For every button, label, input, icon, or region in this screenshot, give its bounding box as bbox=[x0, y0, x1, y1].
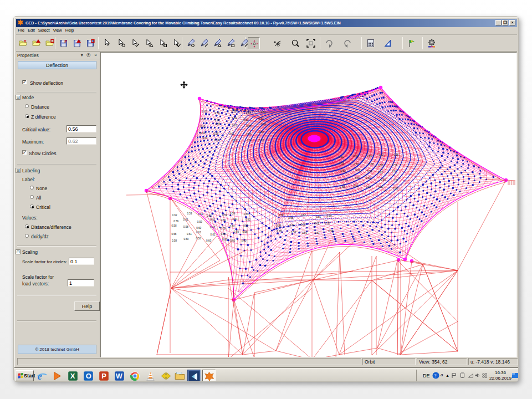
svg-text:0.62: 0.62 bbox=[232, 139, 237, 142]
svg-text:0.58: 0.58 bbox=[183, 226, 188, 228]
svg-text:0.60: 0.60 bbox=[242, 239, 247, 242]
svg-text:0.61: 0.61 bbox=[247, 139, 252, 142]
svg-text:0.62: 0.62 bbox=[258, 117, 263, 120]
svg-text:0.60: 0.60 bbox=[393, 187, 398, 190]
svg-text:?: ? bbox=[434, 373, 437, 378]
svg-text:P: P bbox=[101, 372, 106, 380]
svg-text:0.59: 0.59 bbox=[339, 162, 344, 165]
svg-text:0.58: 0.58 bbox=[196, 237, 201, 240]
svg-text:0.58: 0.58 bbox=[328, 230, 333, 233]
svg-text:0.61: 0.61 bbox=[229, 132, 234, 135]
svg-text:0.61: 0.61 bbox=[211, 233, 216, 236]
svg-text:0.58: 0.58 bbox=[216, 123, 221, 126]
svg-text:0.59: 0.59 bbox=[339, 156, 344, 158]
svg-text:0.59: 0.59 bbox=[213, 132, 218, 135]
svg-text:#: # bbox=[24, 39, 27, 44]
svg-text:0.58: 0.58 bbox=[327, 214, 332, 217]
svg-text:0.59: 0.59 bbox=[232, 110, 237, 113]
svg-text:W: W bbox=[116, 372, 122, 380]
svg-text:0.61: 0.61 bbox=[202, 137, 207, 140]
svg-text:0.61: 0.61 bbox=[233, 218, 238, 221]
svg-text:0.59: 0.59 bbox=[214, 112, 219, 115]
svg-text:0.58: 0.58 bbox=[325, 222, 330, 225]
svg-text:0.60: 0.60 bbox=[366, 186, 371, 188]
svg-text:0.58: 0.58 bbox=[288, 217, 293, 219]
svg-text:0.61: 0.61 bbox=[210, 218, 215, 221]
svg-text:0.59: 0.59 bbox=[214, 139, 219, 142]
svg-text:0.59: 0.59 bbox=[234, 231, 239, 233]
svg-text:0.60: 0.60 bbox=[222, 238, 227, 241]
svg-text:0.61: 0.61 bbox=[259, 139, 264, 142]
svg-text:0.60: 0.60 bbox=[367, 155, 372, 157]
svg-text:0.61: 0.61 bbox=[393, 179, 398, 182]
svg-text:0.62: 0.62 bbox=[207, 214, 212, 217]
svg-text:0.60: 0.60 bbox=[353, 155, 358, 157]
svg-text:0.59: 0.59 bbox=[392, 164, 397, 167]
svg-text:0.62: 0.62 bbox=[341, 170, 346, 172]
svg-text:0.62: 0.62 bbox=[230, 225, 235, 228]
svg-text:0.60: 0.60 bbox=[200, 125, 205, 128]
svg-text:0.62: 0.62 bbox=[259, 131, 264, 134]
svg-text:0.62: 0.62 bbox=[378, 171, 383, 174]
svg-text:0.59: 0.59 bbox=[244, 213, 249, 216]
svg-text:0.60: 0.60 bbox=[230, 239, 235, 242]
svg-text:0.60: 0.60 bbox=[381, 178, 386, 181]
svg-text:0.59: 0.59 bbox=[173, 220, 178, 223]
svg-text:0.59: 0.59 bbox=[230, 212, 235, 215]
svg-text:0.62: 0.62 bbox=[246, 111, 251, 114]
svg-text:X: X bbox=[70, 372, 75, 380]
svg-text:0.58: 0.58 bbox=[378, 164, 383, 167]
svg-text:0.60: 0.60 bbox=[206, 239, 211, 242]
svg-text:0.61: 0.61 bbox=[198, 213, 203, 216]
svg-text:0.62: 0.62 bbox=[202, 110, 207, 113]
svg-text:0.59: 0.59 bbox=[302, 232, 307, 234]
svg-text:0.62: 0.62 bbox=[314, 222, 319, 225]
svg-text:0.62: 0.62 bbox=[245, 218, 250, 221]
svg-text:0.59: 0.59 bbox=[221, 227, 226, 230]
svg-text:#: # bbox=[64, 39, 67, 44]
svg-text:0.58: 0.58 bbox=[277, 230, 282, 233]
svg-text:0.58: 0.58 bbox=[242, 231, 247, 233]
svg-text:0.59: 0.59 bbox=[279, 214, 284, 217]
svg-text:0.62: 0.62 bbox=[355, 169, 360, 172]
svg-text:0.61: 0.61 bbox=[316, 216, 321, 218]
svg-text:O: O bbox=[86, 372, 91, 380]
svg-text:0.58: 0.58 bbox=[340, 186, 345, 188]
svg-text:0.59: 0.59 bbox=[342, 179, 347, 182]
svg-text:0.59: 0.59 bbox=[353, 185, 358, 187]
svg-text:0.58: 0.58 bbox=[246, 133, 251, 136]
svg-text:0.60: 0.60 bbox=[183, 238, 188, 241]
svg-text:0.62: 0.62 bbox=[378, 154, 383, 156]
svg-text:0.60: 0.60 bbox=[196, 227, 201, 229]
svg-text:0.61: 0.61 bbox=[289, 224, 294, 227]
svg-text:0.59: 0.59 bbox=[366, 177, 371, 180]
svg-text:0.58: 0.58 bbox=[200, 118, 205, 121]
svg-text:0.58: 0.58 bbox=[172, 224, 177, 227]
svg-text:0.59: 0.59 bbox=[367, 170, 372, 173]
svg-text:0.58: 0.58 bbox=[276, 224, 281, 227]
svg-text:0.61: 0.61 bbox=[392, 170, 397, 173]
svg-text:0.61: 0.61 bbox=[243, 119, 248, 121]
svg-text:0.58: 0.58 bbox=[171, 233, 176, 236]
svg-text:0.60: 0.60 bbox=[215, 119, 220, 122]
svg-text:0.59: 0.59 bbox=[197, 221, 202, 223]
svg-text:0.59: 0.59 bbox=[378, 186, 383, 188]
svg-text:0.58: 0.58 bbox=[393, 154, 398, 156]
svg-text:0.59: 0.59 bbox=[291, 231, 296, 234]
svg-text:0.62: 0.62 bbox=[210, 226, 215, 229]
svg-text:0.59: 0.59 bbox=[187, 212, 192, 215]
svg-text:0.59: 0.59 bbox=[243, 224, 248, 227]
svg-text:0.59: 0.59 bbox=[222, 214, 227, 217]
svg-text:0.62: 0.62 bbox=[354, 163, 359, 166]
svg-text:0.58: 0.58 bbox=[172, 239, 177, 242]
svg-text:0.58: 0.58 bbox=[246, 125, 251, 127]
svg-text:0.60: 0.60 bbox=[261, 123, 266, 126]
svg-text:0.61: 0.61 bbox=[315, 232, 320, 234]
svg-text:0.60: 0.60 bbox=[201, 132, 206, 135]
svg-text:0.62: 0.62 bbox=[301, 214, 306, 217]
svg-text:0.62: 0.62 bbox=[261, 111, 266, 114]
svg-text:0.59: 0.59 bbox=[355, 177, 360, 180]
svg-text:0.61: 0.61 bbox=[232, 124, 237, 127]
svg-text:0.62: 0.62 bbox=[232, 117, 237, 120]
svg-text:0.62: 0.62 bbox=[301, 223, 306, 226]
